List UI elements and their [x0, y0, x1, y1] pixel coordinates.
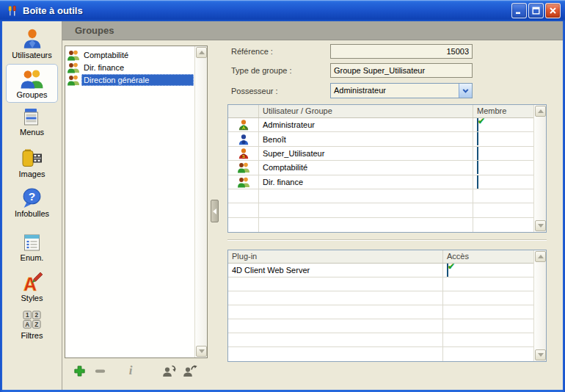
sidebar-item-filtres[interactable]: 12AZ Filtres — [2, 309, 62, 340]
sidebar-item-label: Enum. — [2, 253, 62, 262]
table-row[interactable]: Dir. finance — [228, 175, 533, 189]
member-checkbox[interactable] — [477, 147, 478, 160]
minimize-button[interactable] — [511, 3, 527, 18]
group-icon — [68, 49, 79, 61]
client-area: Utilisateurs Groupes — [2, 21, 563, 390]
table-row[interactable]: Comptabilité — [228, 161, 533, 175]
scroll-down-button[interactable] — [535, 220, 546, 231]
svg-text:?: ? — [29, 190, 35, 203]
member-name: Comptabilité — [259, 163, 307, 172]
dropdown-button[interactable] — [459, 84, 472, 98]
table-row-empty — [228, 305, 533, 319]
film-icon — [21, 148, 43, 169]
table-row[interactable]: A Administrateur — [228, 118, 533, 132]
sidebar-item-label: Filtres — [2, 331, 62, 340]
close-button[interactable] — [545, 3, 561, 18]
window-title: Boîte à outils — [23, 5, 83, 16]
scroll-down-button[interactable] — [196, 346, 207, 357]
notepad-icon — [22, 232, 43, 253]
chevron-up-icon — [538, 109, 544, 113]
list-item-dir-finance[interactable]: Dir. finance — [65, 61, 194, 73]
table-row-empty — [228, 347, 533, 361]
sidebar-item-menus[interactable]: Menus — [2, 108, 62, 137]
superuser-icon: S — [238, 148, 249, 159]
member-checkbox[interactable] — [477, 118, 478, 131]
owner-dropdown[interactable]: Administrateur — [330, 83, 473, 98]
sidebar-item-images[interactable]: Images — [2, 148, 62, 178]
group-type-label: Type de groupe : — [231, 66, 292, 75]
group-type-field[interactable] — [330, 63, 473, 78]
group-list-scrollbar[interactable] — [194, 46, 207, 357]
info-button[interactable]: i — [123, 363, 138, 378]
scroll-up-button[interactable] — [535, 106, 546, 117]
table-row-empty — [228, 218, 533, 232]
members-table: Utilisateur / Groupe Membre A Administra… — [227, 104, 547, 233]
member-checkbox[interactable] — [477, 175, 478, 189]
table-row-empty — [228, 277, 533, 291]
page-title: Groupes — [75, 25, 114, 36]
svg-text:2: 2 — [35, 312, 39, 319]
add-group-button[interactable] — [72, 363, 87, 378]
access-checkbox[interactable] — [447, 264, 448, 277]
splitter-handle[interactable] — [211, 200, 219, 222]
member-name: Dir. finance — [259, 178, 303, 186]
chevron-down-icon — [461, 86, 470, 95]
sidebar-item-label: Infobulles — [2, 209, 62, 218]
maximize-button[interactable] — [528, 3, 544, 18]
list-item-comptabilite[interactable]: Comptabilité — [65, 48, 194, 61]
member-name: Super_Utilisateur — [259, 149, 324, 158]
scroll-up-button[interactable] — [535, 251, 546, 262]
plugins-table-scrollbar[interactable] — [533, 250, 546, 361]
menus-icon — [23, 108, 42, 127]
close-icon — [549, 7, 557, 15]
title-bar[interactable]: Boîte à outils — [0, 0, 565, 21]
group-icon — [21, 68, 43, 90]
chevron-up-icon — [538, 255, 544, 258]
export-users-button[interactable] — [183, 363, 197, 378]
group-icon — [68, 62, 79, 73]
svg-text:1: 1 — [26, 312, 29, 319]
toolbox-app-icon — [7, 5, 18, 17]
reference-field[interactable] — [330, 44, 473, 59]
member-checkbox[interactable] — [477, 161, 478, 174]
scroll-up-button[interactable] — [196, 47, 207, 58]
group-list: Comptabilité Dir. finance Direction géné… — [65, 46, 208, 358]
sidebar-item-infobulles[interactable]: ? Infobulles — [2, 187, 62, 218]
sidebar-item-label: Groupes — [2, 90, 62, 99]
minimize-icon — [515, 7, 523, 15]
table-row-empty — [228, 319, 533, 333]
chevron-down-icon — [538, 353, 544, 357]
sidebar-item-utilisateurs[interactable]: Utilisateurs — [2, 27, 62, 59]
delete-group-button[interactable] — [92, 363, 107, 378]
group-icon — [238, 161, 249, 173]
scroll-down-button[interactable] — [535, 349, 546, 360]
plugins-table: Plug-in Accès 4D Client Web Server — [227, 250, 547, 362]
list-item-direction-generale[interactable]: Direction générale — [65, 73, 194, 86]
table-row-empty — [228, 291, 533, 305]
member-checkbox[interactable] — [477, 132, 478, 145]
import-user-icon — [162, 364, 177, 377]
sidebar-item-groupes[interactable]: Groupes — [2, 68, 62, 99]
maximize-icon — [532, 7, 540, 15]
sidebar-item-enum[interactable]: Enum. — [2, 232, 62, 262]
plugin-name: 4D Client Web Server — [228, 266, 310, 275]
members-table-scrollbar[interactable] — [533, 105, 546, 232]
member-column-header: Membre — [473, 105, 534, 117]
access-column-header: Accès — [442, 250, 534, 263]
table-row[interactable]: 4D Client Web Server — [228, 264, 533, 277]
admin-user-icon: A — [238, 119, 249, 131]
table-row[interactable]: Benoît — [228, 132, 533, 146]
user-icon — [21, 27, 43, 50]
table-row[interactable]: S Super_Utilisateur — [228, 147, 533, 161]
sidebar-item-label: Styles — [2, 294, 62, 302]
list-item-label: Comptabilité — [81, 49, 194, 61]
import-users-button[interactable] — [162, 363, 177, 378]
chevron-up-icon — [199, 51, 205, 54]
app-window: Boîte à outils Utilisateurs — [0, 0, 565, 392]
reference-label: Référence : — [231, 47, 273, 56]
owner-dropdown-value: Administrateur — [331, 84, 459, 98]
sidebar-item-styles[interactable]: A Styles — [2, 271, 62, 302]
list-item-label: Dir. finance — [81, 62, 194, 73]
table-row-empty — [228, 189, 533, 203]
owner-label: Possesseur : — [231, 87, 278, 95]
